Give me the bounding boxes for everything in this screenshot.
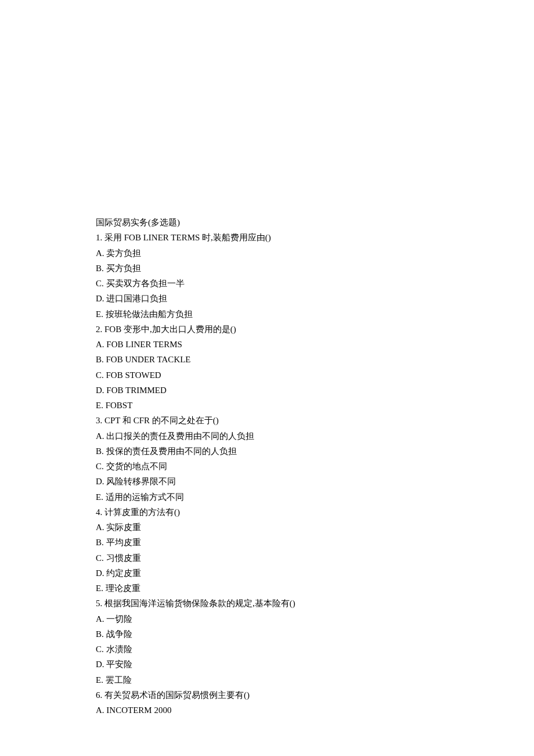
question-1: 1. 采用 FOB LINER TERMS 时,装船费用应由()	[96, 230, 464, 245]
question-4-option-C: C. 习惯皮重	[96, 550, 464, 566]
question-4-option-A: A. 实际皮重	[96, 520, 464, 535]
question-4-option-D: D. 约定皮重	[96, 566, 464, 581]
question-6-option-A: A. INCOTERM 2000	[96, 703, 464, 718]
question-2-option-E: E. FOBST	[96, 398, 464, 413]
question-1-option-B: B. 买方负担	[96, 261, 464, 276]
question-3-option-D: D. 风险转移界限不同	[96, 474, 464, 489]
question-2-option-B: B. FOB UNDER TACKLE	[96, 352, 464, 367]
question-1-option-C: C. 买卖双方各负担一半	[96, 276, 464, 291]
question-4-option-B: B. 平均皮重	[96, 535, 464, 550]
questions-container: 1. 采用 FOB LINER TERMS 时,装船费用应由()A. 卖方负担B…	[96, 230, 464, 718]
question-2-option-C: C. FOB STOWED	[96, 368, 464, 383]
question-1-option-E: E. 按班轮做法由船方负担	[96, 307, 464, 322]
document-content: 国际贸易实务(多选题) 1. 采用 FOB LINER TERMS 时,装船费用…	[96, 215, 464, 718]
question-2-option-A: A. FOB LINER TERMS	[96, 337, 464, 352]
question-5-option-D: D. 平安险	[96, 657, 464, 672]
question-3-option-A: A. 出口报关的责任及费用由不同的人负担	[96, 429, 464, 444]
question-3-option-C: C. 交货的地点不同	[96, 459, 464, 474]
question-6: 6. 有关贸易术语的国际贸易惯例主要有()	[96, 687, 464, 703]
question-5-option-C: C. 水渍险	[96, 642, 464, 657]
question-1-option-D: D. 进口国港口负担	[96, 291, 464, 306]
question-3-option-E: E. 适用的运输方式不同	[96, 489, 464, 505]
question-3-option-B: B. 投保的责任及费用由不同的人负担	[96, 444, 464, 459]
question-2: 2. FOB 变形中,加大出口人费用的是()	[96, 322, 464, 337]
question-5-option-E: E. 罢工险	[96, 672, 464, 687]
question-5: 5. 根据我国海洋运输货物保险条款的规定,基本险有()	[96, 596, 464, 611]
question-5-option-B: B. 战争险	[96, 627, 464, 642]
question-1-option-A: A. 卖方负担	[96, 246, 464, 261]
document-title: 国际贸易实务(多选题)	[96, 215, 464, 230]
question-4-option-E: E. 理论皮重	[96, 581, 464, 596]
question-5-option-A: A. 一切险	[96, 611, 464, 627]
question-4: 4. 计算皮重的方法有()	[96, 505, 464, 520]
question-3: 3. CPT 和 CFR 的不同之处在于()	[96, 413, 464, 428]
question-2-option-D: D. FOB TRIMMED	[96, 383, 464, 398]
